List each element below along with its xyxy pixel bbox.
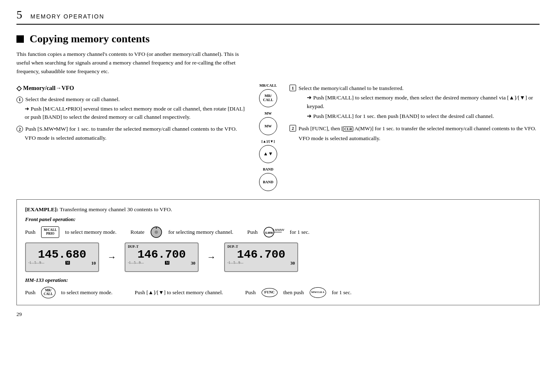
- smw-icon: S.MW S.MWMW: [264, 227, 284, 238]
- for-1sec-text: for 1 sec.: [290, 229, 310, 235]
- lcd1-ch: 10: [91, 261, 96, 265]
- example-title-rest: Transferring memory channel 30 contents …: [58, 206, 172, 212]
- example-title: [EXAMPLE]: Transferring memory channel 3…: [25, 206, 531, 213]
- example-box: [EXAMPLE]: Transferring memory channel 3…: [16, 199, 540, 305]
- bullet-arrow-1: ➜: [25, 106, 29, 112]
- lcd-display-3: DUP–T 146.700 -1—5—9— 30: [224, 242, 298, 272]
- to-select-memory-mode: to select memory mode.: [65, 229, 116, 235]
- push1-text: Push: [25, 229, 35, 235]
- lcd3-scale: -1—5—9—: [227, 261, 243, 265]
- mw-button-diagram: MW: [259, 117, 277, 135]
- right-step1-bullet2: Push [MR/CALL] for 1 sec. then push [BAN…: [313, 113, 494, 119]
- lcd3-freq: 146.700: [237, 249, 285, 261]
- right-step2-text: Push [FUNC], then [CLR A(MW)] for 1 sec.…: [299, 125, 536, 131]
- displays-row: 145.680 -1—5—9— M 10 → DUP–T 146.700 -1—…: [25, 242, 531, 272]
- right-step1-num: 1: [290, 85, 296, 91]
- lcd3-dup: DUP–T: [227, 245, 238, 249]
- rotate-text: Rotate: [130, 229, 144, 235]
- right-step1-bullet1: Push [MR/CALL] to select memory mode, th…: [307, 95, 533, 109]
- intro-text: This function copies a memory channel's …: [16, 50, 247, 76]
- hm-then-push: then push: [283, 289, 304, 296]
- right-step2-num: 2: [290, 125, 296, 131]
- step1-text: Select the desired memory or call channe…: [25, 96, 120, 102]
- hm-for-1sec: for 1 sec.: [332, 289, 352, 296]
- hm-mwclra-btn: MWCLR A: [310, 287, 326, 298]
- right-step2-bullet: VFO mode is selected automatically.: [299, 135, 380, 141]
- lcd3-ch: 30: [290, 261, 295, 265]
- subsection-title-text: Memory/call→VFO: [23, 85, 74, 92]
- section-title-text: Copying memory contents: [30, 33, 150, 45]
- lcd2-scale: -1—5—9—: [128, 261, 144, 265]
- right-bullet1-arrow: ➜: [307, 95, 312, 101]
- right-instructions: 1 Select the memory/call channel to be t…: [290, 84, 540, 191]
- lcd1-m: M: [65, 261, 70, 265]
- hm-push-updown: Push [▲]/[▼] to select memory channel.: [134, 289, 223, 296]
- mrcall-button-diagram: MR/CALL: [259, 89, 277, 107]
- hm-push-func-text: Push: [245, 289, 255, 296]
- hm-func-btn: FUNC: [262, 288, 278, 297]
- right-bullet2-arrow: ➜: [307, 113, 312, 119]
- mrcall-label: MR/CALL: [259, 83, 277, 88]
- example-title-bold: [EXAMPLE]:: [25, 206, 58, 212]
- mcall-prio-btn: M/CALLPRIO: [41, 226, 59, 238]
- lcd1-scale: -1—5—9—: [28, 261, 44, 265]
- lcd2-ch: 30: [191, 261, 195, 265]
- chapter-title: MEMORY OPERATION: [30, 13, 104, 20]
- push2-text: Push: [247, 229, 257, 235]
- section-title: Copying memory contents: [16, 33, 540, 45]
- band-label: BAND: [263, 167, 273, 171]
- hm-push1: Push: [25, 289, 35, 296]
- chapter-num: 5: [16, 8, 22, 21]
- hm-row: Push MR/CALL to select memory mode. Push…: [25, 287, 531, 298]
- mw-label: MW: [264, 111, 272, 115]
- step2-bullet-text: VFO mode is selected automatically.: [25, 135, 107, 141]
- step1-bullet-text: Push [M/CALL•PRIO] several times to sele…: [25, 106, 245, 120]
- lcd2-m: M: [165, 261, 169, 265]
- lcd2-dup: DUP–T: [128, 245, 139, 249]
- svg-text:S.MW: S.MW: [265, 231, 273, 234]
- arrow-right-1: →: [107, 252, 116, 263]
- page-number: 29: [16, 311, 540, 318]
- subsection-memory-vfo-title: ◇ Memory/call→VFO: [16, 84, 247, 92]
- lcd1-freq: 145.680: [38, 249, 86, 261]
- front-panel-row: Push M/CALLPRIO to select memory mode. R…: [25, 226, 531, 238]
- for-selecting-text: for selecting memory channel.: [168, 229, 233, 235]
- band-button-diagram: BAND: [259, 173, 277, 191]
- step1-circle: 1: [16, 97, 23, 103]
- title-square: [16, 35, 24, 43]
- dial-icon: [150, 226, 162, 238]
- front-panel-label: Front panel operation:: [25, 216, 531, 223]
- step2-text: Push [S.MW•MW] for 1 sec. to transfer th…: [25, 126, 237, 132]
- updown-label: [▲]/[▼]: [262, 139, 275, 143]
- arrow-right-2: →: [207, 252, 216, 263]
- lcd2-freq: 146.700: [137, 249, 186, 261]
- right-step1-text: Select the memory/call channel to be tra…: [299, 85, 403, 91]
- svg-text:S.MWMW: S.MWMW: [272, 228, 284, 231]
- hm133-label: HM-133 operation:: [25, 277, 531, 284]
- updown-button-diagram: ▲▼: [259, 145, 277, 163]
- svg-point-1: [155, 231, 158, 234]
- page-header: 5 MEMORY OPERATION: [16, 8, 540, 25]
- radio-diagram: MR/CALL MR/CALL MW MW [▲]/[▼] ▲▼ BAND BA…: [259, 84, 277, 191]
- step2-circle: 2: [16, 126, 23, 132]
- hm-mrcall-btn: MR/CALL: [41, 287, 55, 298]
- lcd-display-1: 145.680 -1—5—9— M 10: [25, 242, 99, 272]
- lcd-display-2: DUP–T 146.700 -1—5—9— M 30: [125, 242, 199, 272]
- hm-to-select: to select memory mode.: [61, 289, 113, 296]
